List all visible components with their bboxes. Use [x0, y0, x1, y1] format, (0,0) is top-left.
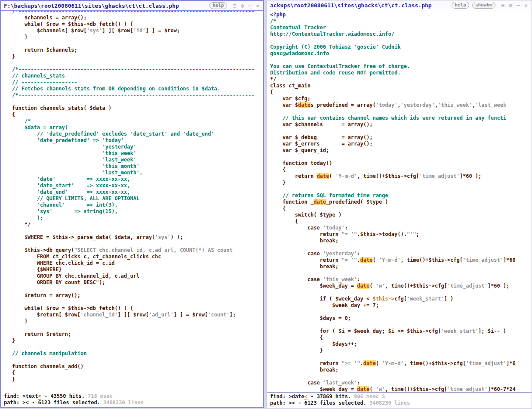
text-segment: switch( $type ): [270, 212, 341, 218]
code-line: // this var contains channel names which…: [270, 115, 532, 121]
text-segment: 'last_month',: [12, 170, 142, 176]
code-line: {: [12, 112, 263, 118]
text-segment: return: [270, 257, 341, 263]
text-segment: 'yesterday': [12, 144, 136, 150]
text-segment: 'this_week': [438, 102, 472, 108]
text-segment: /*: [12, 118, 31, 124]
titlebar-buttons: help: [209, 2, 227, 9]
path-status-line: path: >< - 6123 files selected. 3408230 …: [4, 400, 260, 406]
showbm-button[interactable]: showbm: [472, 2, 495, 9]
minimize-icon[interactable]: −: [517, 2, 520, 9]
code-line: /*: [270, 18, 532, 25]
text-segment: 'last_week': [12, 157, 136, 163]
code-line: [270, 186, 532, 192]
text-segment: ]*60: [503, 257, 516, 263]
text-segment: );: [99, 279, 105, 285]
code-line: // channels_stats: [12, 73, 263, 79]
text-segment: // this var contains channel names which…: [270, 115, 506, 121]
close-icon[interactable]: ×: [256, 3, 259, 9]
code-line: [270, 309, 532, 315]
code-line: // QUERY LIMITS, ALL ARE OPTIONAL: [12, 195, 263, 202]
code-line: if ( $week_day < $this->cfg['week_start'…: [270, 296, 532, 302]
text-segment: // 'date_predefined' excludes 'date_star…: [12, 131, 214, 137]
title-bar[interactable]: F:\backups\root20080611\sites\ghacks\ct\…: [1, 1, 263, 11]
help-button[interactable]: help: [452, 2, 469, 9]
text-segment: date: [314, 199, 326, 205]
text-segment: break;: [270, 367, 338, 373]
code-line: return "= '".$this->today()."'";: [270, 231, 532, 238]
code-line: Contextual Tracker: [270, 25, 532, 31]
text-segment: 'Y-m-d': [335, 173, 357, 179]
text-segment: - 37869 hits.: [308, 394, 354, 400]
code-line: WHERE chc.click_id = c.id: [12, 260, 263, 266]
text-segment: "'": [407, 231, 416, 237]
code-line: /*--------------------------------------…: [12, 11, 263, 15]
code-line: function channels_add(): [12, 363, 263, 370]
code-line: 'date' => xxxx-xx-xx,: [12, 176, 263, 183]
code-line: /*: [12, 118, 263, 124]
text-segment: */: [270, 76, 276, 82]
text-segment: $data = array(: [12, 124, 68, 130]
text-segment: while( $row = $this->db_fetch() ) {: [12, 21, 133, 27]
code-line: case 'this_week':: [270, 276, 532, 283]
code-line: $this->db_query("SELECT chc.channel_id, …: [12, 247, 263, 254]
text-segment: date: [360, 257, 373, 263]
text-segment: class ct_main: [270, 83, 311, 89]
text-segment: 718 msec: [88, 393, 113, 399]
text-segment: ] ): [444, 296, 454, 302]
code-line: $data = array(: [12, 124, 263, 131]
code-line: }: [12, 34, 263, 40]
code-line: ORDER BY count DESC");: [12, 279, 263, 286]
text-segment: WHERE chc.click_id = c.id: [12, 260, 114, 266]
text-segment: /*--------------------------------------…: [12, 92, 255, 98]
text-segment: ]; $i-- ): [478, 328, 506, 334]
title-bar[interactable]: ackups\root20080611\sites\ghacks\ct\ct.c…: [267, 0, 532, 10]
text-segment: :: [344, 225, 347, 231]
close-icon[interactable]: ×: [524, 2, 528, 9]
text-segment: var $_errors = array();: [270, 141, 372, 147]
code-line: var $_errors = array();: [270, 141, 532, 147]
code-view[interactable]: <?php/*Contextual Trackerhttp://Contextu…: [267, 10, 532, 392]
code-line: function _date_predefined( $type ): [270, 199, 532, 205]
text-segment: var $cfg;: [270, 96, 311, 102]
text-segment: $WHERE = $this->_parse_data( $data, arra…: [12, 234, 155, 240]
code-line: [270, 289, 532, 296]
code-view[interactable]: /*--------------------------------------…: [1, 11, 263, 392]
code-line: }: [12, 53, 263, 60]
code-line: [270, 37, 532, 44]
text-segment: 'last_week: [475, 102, 506, 108]
text-segment: var $: [270, 102, 298, 108]
code-line: $return[ $row['channel_id'] ][ $row['ad_…: [12, 312, 263, 318]
code-line: [270, 354, 532, 360]
menu-icon[interactable]: ≡: [233, 3, 237, 9]
settings-icon[interactable]: ⊕: [509, 2, 513, 9]
help-button[interactable]: help: [209, 2, 227, 9]
text-segment: ">= '": [341, 360, 360, 366]
code-line: 'last_month',: [12, 170, 263, 176]
code-line: gosc@wiadomosc.info: [270, 50, 532, 57]
code-line: {: [270, 89, 532, 96]
code-line: [270, 128, 532, 134]
text-segment: /*--------------------------------------…: [12, 66, 255, 72]
text-segment: ] ] = $row[: [174, 312, 208, 318]
code-line: {: [12, 370, 263, 376]
code-line: http://ContextualTracker.wiadomosc.info/: [270, 31, 532, 37]
minimize-icon[interactable]: −: [248, 3, 252, 9]
code-line: [12, 325, 263, 331]
text-segment: :: [357, 380, 360, 386]
menu-icon[interactable]: ≡: [501, 2, 505, 9]
text-segment: while( $row = $this->db_fetch() ) {: [12, 305, 133, 311]
text-segment: s_predefined = array(: [311, 102, 376, 108]
code-line: Distribution and code reuse NOT permitte…: [270, 70, 532, 76]
code-line: [270, 57, 532, 63]
text-segment: http://ContextualTracker.wiadomosc.info/: [270, 31, 394, 37]
text-segment: path: >< - 6123 files selected.: [4, 400, 103, 406]
settings-icon[interactable]: ⊕: [241, 3, 244, 9]
text-segment: $this->: [372, 296, 394, 302]
text-segment: 'Y-m-d': [379, 257, 401, 263]
text-segment: 'sys' => string(15),: [12, 208, 118, 214]
text-segment: 'channel' => int(3),: [12, 202, 118, 208]
text-segment: cfg[: [394, 296, 407, 302]
text-segment: , time()+$this->cfg[: [385, 283, 447, 289]
code-line: break;: [270, 263, 532, 270]
